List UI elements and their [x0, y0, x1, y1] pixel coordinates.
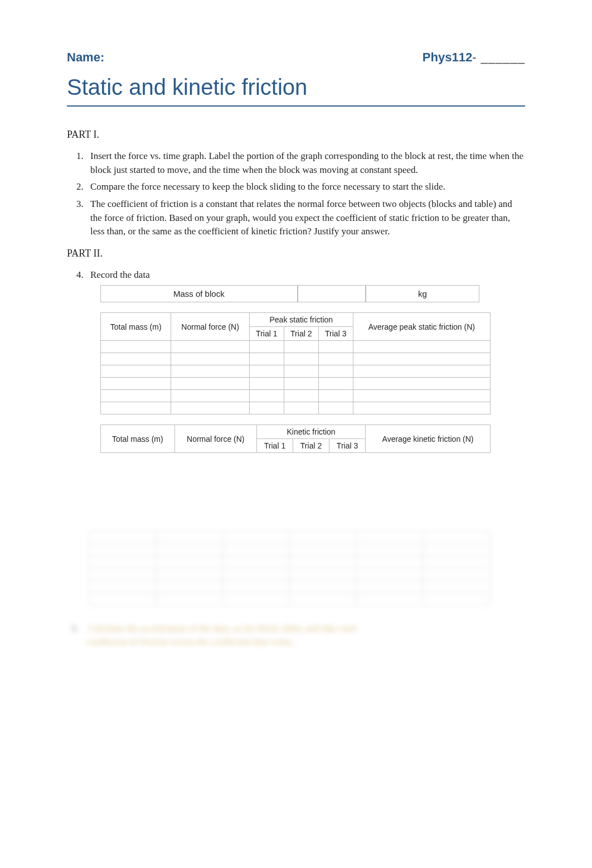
kinetic-col-trial1: Trial 1: [256, 439, 293, 453]
table-row: [90, 593, 491, 605]
kinetic-col-avg: Average kinetic friction (N): [366, 425, 491, 453]
name-label: Name:: [67, 50, 104, 65]
part1-item-1: Insert the force vs. time graph. Label t…: [86, 150, 525, 177]
static-col-avg: Average peak static friction (N): [353, 313, 490, 341]
part2-heading: PART II.: [67, 248, 525, 259]
table-row: [90, 568, 491, 581]
static-friction-table: Total mass (m) Normal force (N) Peak sta…: [100, 312, 491, 414]
mass-label-cell: Mass of block: [100, 285, 298, 302]
course-label: Phys112- ______: [423, 50, 525, 65]
static-col-normal-force: Normal force (N): [171, 313, 249, 341]
kinetic-col-normal-force: Normal force (N): [174, 425, 256, 453]
part2-item-4: Record the data: [86, 268, 525, 282]
part1-item-3: The coefficient of friction is a constan…: [86, 197, 525, 239]
table-row: [90, 544, 491, 556]
mass-of-block-row: Mass of block kg: [100, 285, 479, 302]
course-prefix: Phys112: [423, 50, 472, 64]
kinetic-col-trial2: Trial 2: [293, 439, 329, 453]
table-row: [101, 378, 491, 390]
table-row: [101, 341, 491, 353]
course-blank: - ______: [472, 50, 525, 64]
table-row: [90, 556, 491, 568]
table-row: [101, 402, 491, 414]
mass-value-cell[interactable]: [298, 285, 366, 302]
blurred-preview: 5. Calculate the acceleration of the dat…: [67, 531, 525, 649]
table-row: [101, 390, 491, 402]
blurred-table: [89, 531, 491, 605]
table-row: [101, 365, 491, 378]
header-row: Name: Phys112- ______: [67, 50, 525, 65]
static-col-trial3: Trial 3: [318, 327, 353, 341]
static-group-header: Peak static friction: [249, 313, 353, 327]
blurred-item-5-number: 5.: [71, 623, 79, 634]
kinetic-col-total-mass: Total mass (m): [101, 425, 175, 453]
kinetic-group-header: Kinetic friction: [256, 425, 365, 439]
kinetic-col-trial3: Trial 3: [329, 439, 366, 453]
blurred-item-5: 5. Calculate the acceleration of the dat…: [71, 622, 525, 649]
part1-heading: PART I.: [67, 129, 525, 141]
table-row: [101, 353, 491, 365]
document-title: Static and kinetic friction: [67, 75, 525, 100]
static-col-trial1: Trial 1: [249, 327, 284, 341]
part1-item-2: Compare the force necessary to keep the …: [86, 180, 525, 194]
blurred-item-5-line2: coefficient of friction versus the coeff…: [87, 636, 294, 647]
part2-list: Record the data: [67, 268, 525, 282]
static-col-trial2: Trial 2: [284, 327, 318, 341]
static-col-total-mass: Total mass (m): [101, 313, 171, 341]
kinetic-friction-table: Total mass (m) Normal force (N) Kinetic …: [100, 425, 491, 453]
blurred-item-5-line1: Calculate the acceleration of the data, …: [89, 623, 357, 634]
part1-list: Insert the force vs. time graph. Label t…: [67, 150, 525, 239]
title-rule: [67, 105, 525, 107]
table-row: [90, 581, 491, 593]
table-row: [90, 532, 491, 544]
mass-unit-cell: kg: [366, 285, 479, 302]
